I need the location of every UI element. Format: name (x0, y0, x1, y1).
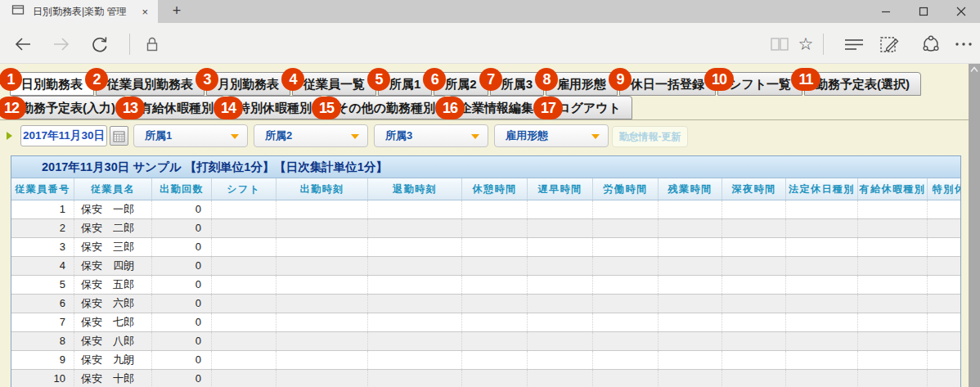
more-actions-button[interactable] (954, 34, 973, 54)
empty-cell[interactable] (276, 332, 368, 350)
employee-name[interactable]: 保安 十郎 (74, 370, 152, 387)
employee-name[interactable]: 保安 三郎 (74, 238, 152, 256)
empty-cell[interactable] (722, 276, 786, 294)
empty-cell[interactable] (858, 295, 928, 313)
empty-cell[interactable] (368, 238, 462, 256)
employee-name[interactable]: 保安 五郎 (74, 276, 152, 294)
empty-cell[interactable] (786, 238, 858, 256)
empty-cell[interactable] (212, 351, 276, 369)
attendance-count[interactable]: 0 (152, 295, 212, 313)
app-tab-従業員別勤務表[interactable]: 2従業員別勤務表 (96, 72, 205, 96)
forward-button[interactable] (52, 34, 71, 54)
favorites-button[interactable]: ☆ (796, 34, 816, 54)
employee-name[interactable]: 保安 一郎 (74, 200, 152, 218)
table-row-9[interactable]: 9保安 九朗0 (11, 351, 960, 370)
empty-cell[interactable] (928, 276, 961, 294)
empty-cell[interactable] (462, 351, 528, 369)
empty-cell[interactable] (462, 295, 528, 313)
empty-cell[interactable] (722, 200, 786, 218)
web-note-button[interactable] (879, 34, 899, 54)
employee-number[interactable]: 2 (11, 219, 74, 237)
empty-cell[interactable] (786, 313, 858, 331)
dropdown-所属1[interactable]: 所属1 (133, 124, 248, 147)
app-tab-勤務予定表(選択)[interactable]: 11勤務予定表(選択) (804, 72, 921, 96)
employee-name[interactable]: 保安 四朗 (74, 257, 152, 275)
hub-button[interactable] (844, 34, 864, 54)
empty-cell[interactable] (722, 332, 786, 350)
empty-cell[interactable] (212, 332, 276, 350)
empty-cell[interactable] (462, 219, 528, 237)
empty-cell[interactable] (593, 238, 659, 256)
empty-cell[interactable] (462, 238, 528, 256)
empty-cell[interactable] (462, 313, 528, 331)
empty-cell[interactable] (858, 313, 928, 331)
empty-cell[interactable] (928, 332, 961, 350)
empty-cell[interactable] (722, 257, 786, 275)
empty-cell[interactable] (368, 295, 462, 313)
empty-cell[interactable] (368, 257, 462, 275)
back-button[interactable] (13, 34, 33, 54)
empty-cell[interactable] (276, 200, 368, 218)
empty-cell[interactable] (786, 257, 858, 275)
empty-cell[interactable] (368, 351, 462, 369)
empty-cell[interactable] (212, 238, 276, 256)
empty-cell[interactable] (368, 313, 462, 331)
app-tab-その他の勤務種別[interactable]: 15その他の勤務種別 (325, 96, 447, 119)
empty-cell[interactable] (212, 257, 276, 275)
empty-cell[interactable] (462, 200, 528, 218)
employee-number[interactable]: 8 (11, 332, 74, 350)
collapse-arrow-icon[interactable] (7, 132, 12, 140)
browser-tab[interactable]: 日別勤務表|楽勤 管理 × (0, 0, 158, 23)
app-tab-日別勤務表[interactable]: 1日別勤務表 (10, 72, 94, 96)
empty-cell[interactable] (276, 238, 368, 256)
empty-cell[interactable] (786, 332, 858, 350)
empty-cell[interactable] (528, 200, 593, 218)
dropdown-所属3[interactable]: 所属3 (374, 124, 488, 147)
employee-number[interactable]: 5 (11, 276, 74, 294)
empty-cell[interactable] (212, 313, 276, 331)
empty-cell[interactable] (593, 332, 659, 350)
attendance-count[interactable]: 0 (152, 257, 212, 275)
refresh-button[interactable] (90, 34, 110, 54)
empty-cell[interactable] (722, 295, 786, 313)
employee-number[interactable]: 9 (11, 351, 74, 369)
empty-cell[interactable] (722, 351, 786, 369)
app-tab-シフト一覧[interactable]: 10シフト一覧 (717, 72, 802, 96)
empty-cell[interactable] (462, 257, 528, 275)
app-tab-雇用形態[interactable]: 8雇用形態 (546, 72, 618, 96)
empty-cell[interactable] (528, 238, 593, 256)
empty-cell[interactable] (368, 370, 462, 387)
employee-name[interactable]: 保安 六郎 (74, 295, 152, 313)
attendance-count[interactable]: 0 (152, 219, 212, 237)
empty-cell[interactable] (659, 370, 722, 387)
dropdown-所属2[interactable]: 所属2 (254, 124, 368, 147)
empty-cell[interactable] (928, 219, 961, 237)
empty-cell[interactable] (928, 370, 961, 387)
empty-cell[interactable] (593, 295, 659, 313)
empty-cell[interactable] (528, 219, 593, 237)
empty-cell[interactable] (928, 257, 961, 275)
empty-cell[interactable] (858, 276, 928, 294)
empty-cell[interactable] (858, 238, 928, 256)
empty-cell[interactable] (928, 200, 961, 218)
tab-close-icon[interactable]: × (138, 6, 151, 18)
table-row-3[interactable]: 3保安 三郎0 (11, 238, 960, 257)
empty-cell[interactable] (593, 313, 659, 331)
empty-cell[interactable] (276, 370, 368, 387)
app-tab-有給休暇種別[interactable]: 13有給休暇種別 (128, 96, 225, 119)
empty-cell[interactable] (659, 238, 722, 256)
table-row-5[interactable]: 5保安 五郎0 (11, 276, 960, 295)
empty-cell[interactable] (928, 313, 961, 331)
empty-cell[interactable] (462, 370, 528, 387)
app-tab-ログアウト[interactable]: 17ログアウト (546, 96, 632, 119)
empty-cell[interactable] (528, 351, 593, 369)
employee-number[interactable]: 4 (11, 257, 74, 275)
empty-cell[interactable] (276, 313, 368, 331)
empty-cell[interactable] (659, 276, 722, 294)
empty-cell[interactable] (659, 332, 722, 350)
empty-cell[interactable] (462, 276, 528, 294)
attendance-count[interactable]: 0 (152, 276, 212, 294)
empty-cell[interactable] (659, 351, 722, 369)
app-tab-勤務予定表(入力)[interactable]: 12勤務予定表(入力) (10, 96, 127, 119)
app-tab-企業情報編集[interactable]: 16企業情報編集 (448, 96, 545, 119)
